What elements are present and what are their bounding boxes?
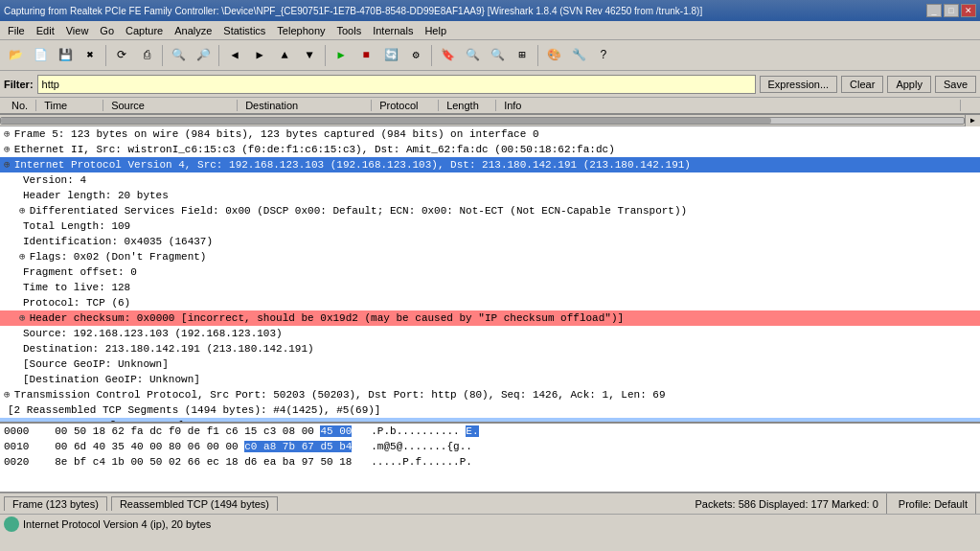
sep5 [431, 45, 432, 66]
hex-offset-2: 0020 [4, 454, 42, 470]
toolbar-open[interactable]: 📄 [29, 44, 52, 67]
hex-row-0[interactable]: 0000 00 50 18 62 fa dc f0 de f1 c6 15 c3… [0, 424, 980, 439]
pd-row-src-ip[interactable]: Source: 192.168.123.103 (192.168.123.103… [0, 326, 980, 341]
toolbar-zoom-out[interactable]: 🔍 [486, 44, 509, 67]
pd-row-flags[interactable]: ⊕Flags: 0x02 (Don't Fragment) [0, 249, 980, 264]
menu-item-go[interactable]: Go [94, 23, 120, 38]
save-button[interactable]: Save [935, 76, 976, 93]
hex-row-2[interactable]: 0020 8e bf c4 1b 00 50 02 66 ec 18 d6 ea… [0, 454, 980, 470]
pd-row-tcp[interactable]: ⊕Transmission Control Protocol, Src Port… [0, 387, 980, 402]
menu-item-edit[interactable]: Edit [31, 23, 60, 38]
pd-row-header-len[interactable]: Header length: 20 bytes [0, 188, 980, 203]
toolbar-print[interactable]: ⎙ [135, 44, 158, 67]
col-length[interactable]: Length [439, 100, 496, 111]
pd-row-frame[interactable]: ⊕Frame 5: 123 bytes on wire (984 bits), … [0, 126, 980, 142]
menu-item-view[interactable]: View [60, 23, 95, 38]
hex-bytes-1: 00 6d 40 35 40 00 80 06 00 00 c0 a8 7b 6… [42, 439, 352, 454]
status-bar: Frame (123 bytes) Reassembled TCP (1494 … [0, 493, 980, 514]
hscroll-right-btn[interactable]: ▶ [965, 115, 980, 126]
pd-row-dscp[interactable]: ⊕Differentiated Services Field: 0x00 (DS… [0, 203, 980, 218]
menu-item-help[interactable]: Help [419, 23, 452, 38]
clear-button[interactable]: Clear [841, 76, 883, 93]
toolbar-find2[interactable]: 🔎 [192, 44, 215, 67]
menu-item-file[interactable]: File [2, 23, 31, 38]
toolbar-capture-start[interactable]: ▶ [330, 44, 353, 67]
pd-row-ttl[interactable]: Time to live: 128 [0, 280, 980, 295]
reassembled-tab[interactable]: Reassembled TCP (1494 bytes) [111, 496, 278, 511]
col-info[interactable]: Info [496, 100, 961, 111]
pd-row-reassembled[interactable]: [2 Reassembled TCP Segments (1494 bytes)… [0, 402, 980, 418]
menu-item-telephony[interactable]: Telephony [271, 23, 330, 38]
toolbar-capture-options[interactable]: ⚙ [404, 44, 427, 67]
hex-row-1[interactable]: 0010 00 6d 40 35 40 00 80 06 00 00 c0 a8… [0, 439, 980, 454]
expand-icon-dscp[interactable]: ⊕ [19, 205, 26, 217]
frame-tab[interactable]: Frame (123 bytes) [4, 496, 107, 511]
hex-offset-0: 0000 [4, 424, 42, 439]
expand-icon-ip[interactable]: ⊕ [4, 159, 11, 171]
col-dest[interactable]: Destination [238, 100, 372, 111]
toolbar-filter-bookmarks[interactable]: 🔖 [436, 44, 459, 67]
toolbar-reload[interactable]: ⟳ [110, 44, 133, 67]
packet-count: Packets: 586 Displayed: 177 Marked: 0 [687, 494, 886, 514]
menu-item-analyze[interactable]: Analyze [169, 23, 217, 38]
menu-item-internals[interactable]: Internals [367, 23, 419, 38]
pd-row-checksum[interactable]: ⊕Header checksum: 0x0000 [incorrect, sho… [0, 310, 980, 326]
toolbar-save[interactable]: 💾 [54, 44, 77, 67]
hscroll[interactable]: ▶ [0, 115, 980, 126]
pd-text-tcp: Transmission Control Protocol, Src Port:… [14, 389, 666, 401]
info-bar: Internet Protocol Version 4 (ip), 20 byt… [0, 514, 980, 533]
toolbar-close[interactable]: ✖ [79, 44, 102, 67]
col-protocol[interactable]: Protocol [372, 100, 439, 111]
pd-row-total-len[interactable]: Total Length: 109 [0, 218, 980, 234]
expand-icon-frame[interactable]: ⊕ [4, 128, 11, 140]
pd-row-geo-src[interactable]: [Source GeoIP: Unknown] [0, 356, 980, 372]
pd-row-dst-ip[interactable]: Destination: 213.180.142.191 (213.180.14… [0, 341, 980, 356]
apply-button[interactable]: Apply [887, 76, 931, 93]
toolbar: 📂 📄 💾 ✖ ⟳ ⎙ 🔍 🔎 ◀ ▶ ▲ ▼ ▶ ■ 🔄 ⚙ 🔖 🔍 🔍 ⊞ … [0, 40, 980, 71]
sep6 [537, 45, 538, 66]
expand-icon-tcp[interactable]: ⊕ [4, 389, 11, 401]
hex-dump[interactable]: 0000 00 50 18 62 fa dc f0 de f1 c6 15 c3… [0, 424, 980, 493]
toolbar-zoom-normal[interactable]: ⊞ [511, 44, 534, 67]
pd-row-ethernet[interactable]: ⊕Ethernet II, Src: wistronI_c6:15:c3 (f0… [0, 142, 980, 157]
filter-input[interactable] [37, 75, 756, 94]
toolbar-capture-stop[interactable]: ■ [354, 44, 377, 67]
toolbar-find[interactable]: 🔍 [167, 44, 190, 67]
expression-button[interactable]: Expression... [760, 76, 838, 93]
pd-row-frag-offset[interactable]: Fragment offset: 0 [0, 264, 980, 280]
toolbar-coloring[interactable]: 🎨 [542, 44, 565, 67]
minimize-button[interactable]: _ [926, 4, 942, 17]
menu-item-tools[interactable]: Tools [331, 23, 368, 38]
pd-row-ip[interactable]: ⊕Internet Protocol Version 4, Src: 192.1… [0, 157, 980, 172]
toolbar-prefs[interactable]: 🔧 [567, 44, 590, 67]
col-time[interactable]: Time [36, 100, 103, 111]
expand-icon-flags[interactable]: ⊕ [19, 251, 26, 263]
pd-row-version[interactable]: Version: 4 [0, 172, 980, 188]
col-source[interactable]: Source [103, 100, 238, 111]
col-no[interactable]: No. [4, 100, 36, 111]
maximize-button[interactable]: □ [944, 4, 959, 17]
toolbar-capture-restart[interactable]: 🔄 [379, 44, 402, 67]
pd-text-protocol: Protocol: TCP (6) [23, 297, 130, 309]
toolbar-new[interactable]: 📂 [4, 44, 27, 67]
menu-bar: FileEditViewGoCaptureAnalyzeStatisticsTe… [0, 21, 980, 40]
menu-item-capture[interactable]: Capture [120, 23, 169, 38]
packet-detail[interactable]: ⊕Frame 5: 123 bytes on wire (984 bits), … [0, 126, 980, 424]
expand-icon-checksum[interactable]: ⊕ [19, 312, 26, 324]
toolbar-up[interactable]: ▲ [273, 44, 296, 67]
toolbar-next[interactable]: ▶ [248, 44, 271, 67]
close-button[interactable]: ✕ [961, 4, 976, 17]
pd-row-protocol[interactable]: Protocol: TCP (6) [0, 295, 980, 310]
menu-item-statistics[interactable]: Statistics [217, 23, 271, 38]
toolbar-down[interactable]: ▼ [298, 44, 321, 67]
toolbar-zoom-in[interactable]: 🔍 [461, 44, 484, 67]
pd-row-id-field[interactable]: Identification: 0x4035 (16437) [0, 234, 980, 249]
pd-text-frame: Frame 5: 123 bytes on wire (984 bits), 1… [14, 128, 539, 140]
title-text: Capturing from Realtek PCIe FE Family Co… [4, 6, 702, 16]
hex-offset-1: 0010 [4, 439, 42, 454]
expand-icon-ethernet[interactable]: ⊕ [4, 144, 11, 155]
pd-row-geo-dst[interactable]: [Destination GeoIP: Unknown] [0, 372, 980, 387]
toolbar-prev[interactable]: ◀ [223, 44, 246, 67]
sep4 [325, 45, 326, 66]
toolbar-help[interactable]: ? [592, 44, 615, 67]
